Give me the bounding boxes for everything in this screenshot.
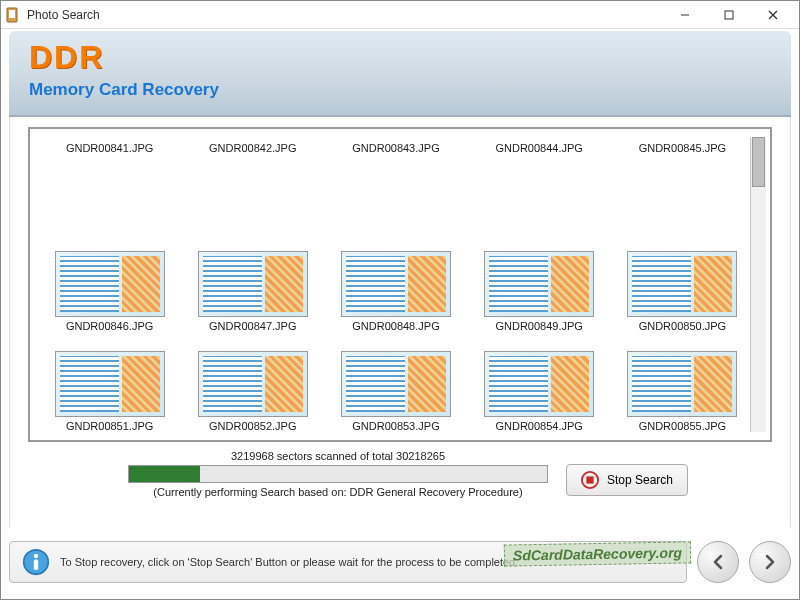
thumbnail-image[interactable] bbox=[55, 351, 165, 417]
thumb-label: GNDR00852.JPG bbox=[209, 420, 296, 432]
thumb-label: GNDR00842.JPG bbox=[209, 142, 296, 154]
stop-icon bbox=[581, 471, 599, 489]
stop-search-button[interactable]: Stop Search bbox=[566, 464, 688, 496]
thumbnail-image[interactable] bbox=[341, 251, 451, 317]
thumbnail-image[interactable] bbox=[484, 251, 594, 317]
progress-subtext: (Currently performing Search based on: D… bbox=[128, 486, 548, 498]
thumb-label: GNDR00844.JPG bbox=[495, 142, 582, 154]
thumb-item: GNDR00843.JPG bbox=[328, 137, 463, 233]
header-banner: DDR Memory Card Recovery bbox=[9, 31, 791, 117]
thumb-label: GNDR00846.JPG bbox=[66, 320, 153, 332]
thumb-item: GNDR00852.JPG bbox=[185, 336, 320, 432]
svg-point-9 bbox=[34, 554, 38, 558]
back-button[interactable] bbox=[697, 541, 739, 583]
scrollbar[interactable] bbox=[750, 137, 766, 432]
thumb-label: GNDR00845.JPG bbox=[639, 142, 726, 154]
thumb-item: GNDR00848.JPG bbox=[328, 237, 463, 333]
app-icon bbox=[5, 7, 21, 23]
thumbnail-image[interactable] bbox=[341, 351, 451, 417]
window-title: Photo Search bbox=[27, 8, 663, 22]
thumb-label: GNDR00847.JPG bbox=[209, 320, 296, 332]
thumb-label: GNDR00855.JPG bbox=[639, 420, 726, 432]
thumb-item: GNDR00853.JPG bbox=[328, 336, 463, 432]
thumb-label: GNDR00841.JPG bbox=[66, 142, 153, 154]
thumbnail-image[interactable] bbox=[627, 251, 737, 317]
thumb-item: GNDR00841.JPG bbox=[42, 137, 177, 233]
thumbnail-image[interactable] bbox=[627, 351, 737, 417]
progress-bar bbox=[128, 465, 548, 483]
svg-rect-7 bbox=[586, 476, 593, 483]
thumbnail-image[interactable] bbox=[198, 351, 308, 417]
svg-rect-1 bbox=[9, 10, 15, 18]
thumb-item: GNDR00846.JPG bbox=[42, 237, 177, 333]
thumbnail-image[interactable] bbox=[484, 351, 594, 417]
stop-button-label: Stop Search bbox=[607, 473, 673, 487]
progress-section: 3219968 sectors scanned of total 3021826… bbox=[28, 450, 772, 498]
watermark: SdCardDataRecovery.org bbox=[504, 541, 691, 566]
thumb-item: GNDR00845.JPG bbox=[615, 137, 750, 233]
progress-fill bbox=[129, 466, 200, 482]
scrollbar-thumb[interactable] bbox=[752, 137, 765, 187]
thumb-item: GNDR00850.JPG bbox=[615, 237, 750, 333]
product-name: Memory Card Recovery bbox=[29, 80, 771, 100]
main-content: GNDR00841.JPG GNDR00842.JPG GNDR00843.JP… bbox=[9, 117, 791, 527]
window: Photo Search DDR Memory Card Recovery GN… bbox=[0, 0, 800, 600]
thumb-item: GNDR00842.JPG bbox=[185, 137, 320, 233]
progress-text: 3219968 sectors scanned of total 3021826… bbox=[128, 450, 548, 462]
window-controls bbox=[663, 2, 795, 28]
thumbnail-grid: GNDR00841.JPG GNDR00842.JPG GNDR00843.JP… bbox=[42, 137, 750, 432]
forward-button[interactable] bbox=[749, 541, 791, 583]
minimize-button[interactable] bbox=[663, 2, 707, 28]
thumb-label: GNDR00848.JPG bbox=[352, 320, 439, 332]
thumb-item: GNDR00844.JPG bbox=[472, 137, 607, 233]
brand-logo: DDR bbox=[29, 39, 771, 76]
thumb-item: GNDR00854.JPG bbox=[472, 336, 607, 432]
svg-rect-3 bbox=[725, 11, 733, 19]
thumb-item: GNDR00849.JPG bbox=[472, 237, 607, 333]
close-button[interactable] bbox=[751, 2, 795, 28]
thumb-item: GNDR00855.JPG bbox=[615, 336, 750, 432]
hint-text: To Stop recovery, click on 'Stop Search'… bbox=[60, 556, 518, 568]
thumb-item: GNDR00851.JPG bbox=[42, 336, 177, 432]
thumbnail-image[interactable] bbox=[198, 251, 308, 317]
results-panel: GNDR00841.JPG GNDR00842.JPG GNDR00843.JP… bbox=[28, 127, 772, 442]
thumb-label: GNDR00851.JPG bbox=[66, 420, 153, 432]
thumb-label: GNDR00850.JPG bbox=[639, 320, 726, 332]
svg-rect-10 bbox=[34, 559, 38, 570]
chevron-right-icon bbox=[761, 553, 779, 571]
thumb-label: GNDR00854.JPG bbox=[495, 420, 582, 432]
thumb-label: GNDR00849.JPG bbox=[495, 320, 582, 332]
thumb-label: GNDR00843.JPG bbox=[352, 142, 439, 154]
info-icon bbox=[22, 548, 50, 576]
chevron-left-icon bbox=[709, 553, 727, 571]
thumb-label: GNDR00853.JPG bbox=[352, 420, 439, 432]
footer-bar: To Stop recovery, click on 'Stop Search'… bbox=[9, 533, 791, 591]
thumbnail-image[interactable] bbox=[55, 251, 165, 317]
thumb-item: GNDR00847.JPG bbox=[185, 237, 320, 333]
maximize-button[interactable] bbox=[707, 2, 751, 28]
titlebar: Photo Search bbox=[1, 1, 799, 29]
